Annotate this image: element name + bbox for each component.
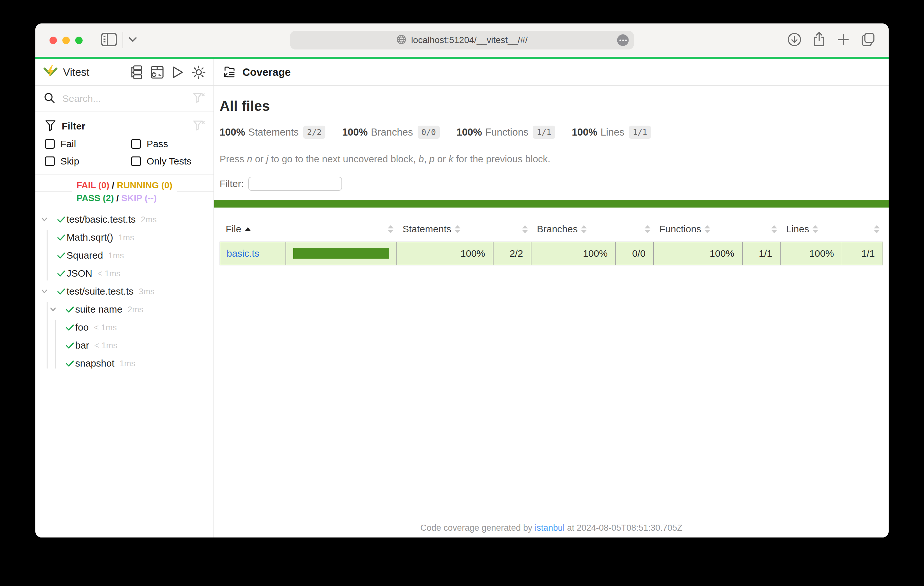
filter-option-only-tests[interactable]: Only Tests: [131, 156, 213, 167]
download-icon[interactable]: [787, 32, 802, 48]
coverage-footer: Code coverage generated by istanbul at 2…: [214, 523, 889, 533]
checkbox[interactable]: [45, 156, 54, 166]
test-name: Math.sqrt(): [66, 232, 113, 243]
sort-carets-icon[interactable]: [645, 225, 650, 233]
address-bar[interactable]: localhost:51204/__vitest__/#/: [290, 31, 634, 49]
hint-text: or: [252, 153, 266, 164]
key-name: k: [449, 153, 453, 164]
coverage-report-icon: [223, 65, 236, 79]
sort-carets-icon[interactable]: [388, 225, 394, 233]
column-header-branches[interactable]: Branches: [531, 219, 615, 242]
theme-sun-icon[interactable]: [191, 65, 206, 79]
dashboard-icon[interactable]: [150, 66, 164, 79]
metric-fraction-cell: 2/2: [493, 242, 531, 265]
zoom-window-button[interactable]: [75, 37, 82, 44]
metric-percent-cell: 100%: [653, 242, 742, 265]
stat-percent: 100%: [457, 127, 482, 138]
test-duration: < 1ms: [97, 268, 120, 278]
run-all-icon[interactable]: [172, 66, 184, 79]
checkbox[interactable]: [131, 156, 141, 166]
funnel-icon: [45, 120, 56, 133]
column-header-functions-fraction[interactable]: [742, 219, 780, 242]
column-header-functions[interactable]: Functions: [653, 219, 742, 242]
sort-carets-icon[interactable]: [812, 225, 818, 233]
checkbox[interactable]: [45, 139, 54, 149]
test-name: snapshot: [75, 358, 114, 369]
tree-item-suite-name[interactable]: suite name2ms: [35, 300, 213, 318]
test-name: foo: [75, 322, 89, 333]
share-icon[interactable]: [812, 31, 826, 49]
clear-filter-icon[interactable]: [193, 120, 205, 133]
tree-item-snapshot[interactable]: snapshot1ms: [35, 354, 213, 372]
sort-carets-icon[interactable]: [455, 225, 460, 233]
tab-overview-icon[interactable]: [860, 32, 876, 48]
checkbox-label: Only Tests: [147, 156, 191, 167]
hint-text: Press: [219, 153, 247, 164]
column-header-lines[interactable]: Lines: [780, 219, 842, 242]
test-name: JSON: [66, 268, 92, 279]
column-label: Branches: [537, 224, 578, 235]
browser-window: localhost:51204/__vitest__/#/: [35, 23, 889, 538]
close-window-button[interactable]: [50, 37, 57, 44]
sort-carets-icon[interactable]: [705, 225, 710, 233]
chevron-down-icon[interactable]: [39, 215, 50, 224]
tree-guide-line: [55, 320, 56, 369]
summary-line: PASS (2) / SKIP (--): [76, 192, 172, 205]
pass-check-icon: [56, 286, 66, 296]
app-title: Vitest: [63, 66, 89, 78]
stat-branches: 100%Branches0/0: [342, 126, 439, 139]
minimize-window-button[interactable]: [63, 37, 70, 44]
test-duration: < 1ms: [94, 323, 117, 333]
sidebar-toggle-icon[interactable]: [101, 33, 117, 48]
column-header-branches-fraction[interactable]: [615, 219, 653, 242]
stat-fraction-badge: 1/1: [629, 126, 651, 139]
tree-item-squared[interactable]: Squared1ms: [35, 247, 213, 264]
sort-carets-icon[interactable]: [581, 225, 587, 233]
filter-option-skip[interactable]: Skip: [45, 156, 131, 167]
sort-carets-icon[interactable]: [522, 225, 528, 233]
chevron-down-icon[interactable]: [47, 305, 59, 314]
tree-item-test-suite-test-ts[interactable]: test/suite.test.ts3ms: [35, 282, 213, 300]
metric-fraction-cell: 1/1: [842, 242, 883, 265]
coverage-filter-input[interactable]: [248, 177, 342, 191]
column-header-file[interactable]: File: [220, 219, 397, 242]
test-duration: 1ms: [118, 233, 134, 242]
tree-item-test-basic-test-ts[interactable]: test/basic.test.ts2ms: [35, 211, 213, 229]
coverage-filter-label: Filter:: [219, 178, 244, 189]
tree-item-bar[interactable]: bar< 1ms: [35, 336, 213, 354]
hint-text: or: [435, 153, 449, 164]
key-name: b: [419, 153, 424, 164]
column-header-statements[interactable]: Statements: [397, 219, 493, 242]
new-tab-icon[interactable]: [837, 33, 850, 48]
column-header-statements-fraction[interactable]: [493, 219, 531, 242]
clear-search-filter-icon[interactable]: [193, 92, 205, 105]
pass-check-icon: [65, 359, 75, 369]
file-link[interactable]: basic.ts: [227, 248, 259, 258]
sort-carets-icon[interactable]: [874, 225, 879, 233]
filter-option-fail[interactable]: Fail: [45, 138, 131, 150]
tree-item-math-sqrt-[interactable]: Math.sqrt()1ms: [35, 229, 213, 247]
sort-carets-icon[interactable]: [771, 225, 777, 233]
metric-percent-cell: 100%: [780, 242, 842, 265]
filter-option-pass[interactable]: Pass: [131, 138, 213, 150]
coverage-table: FileStatementsBranchesFunctionsLines bas…: [219, 219, 883, 265]
test-name: test/basic.test.ts: [66, 214, 136, 225]
istanbul-link[interactable]: istanbul: [535, 523, 564, 533]
checkbox[interactable]: [131, 139, 141, 149]
tree-item-json[interactable]: JSON< 1ms: [35, 264, 213, 282]
overall-coverage-bar: [214, 200, 889, 207]
search-input[interactable]: [63, 93, 193, 104]
hint-text: to go to the next uncovered block,: [269, 153, 419, 164]
tree-list-icon[interactable]: [130, 65, 143, 79]
globe-icon: [396, 35, 407, 46]
page-ellipsis-icon[interactable]: [617, 35, 629, 46]
test-tree: test/basic.test.ts2msMath.sqrt()1msSquar…: [35, 209, 213, 538]
column-label: File: [226, 224, 241, 235]
test-name: Squared: [66, 250, 103, 261]
metric-fraction-cell: 1/1: [742, 242, 780, 265]
tree-item-foo[interactable]: foo< 1ms: [35, 318, 213, 336]
chevron-down-icon[interactable]: [39, 286, 50, 296]
coverage-bar-track: [293, 249, 389, 258]
chevron-down-icon[interactable]: [128, 37, 137, 44]
column-header-lines-fraction[interactable]: [842, 219, 883, 242]
